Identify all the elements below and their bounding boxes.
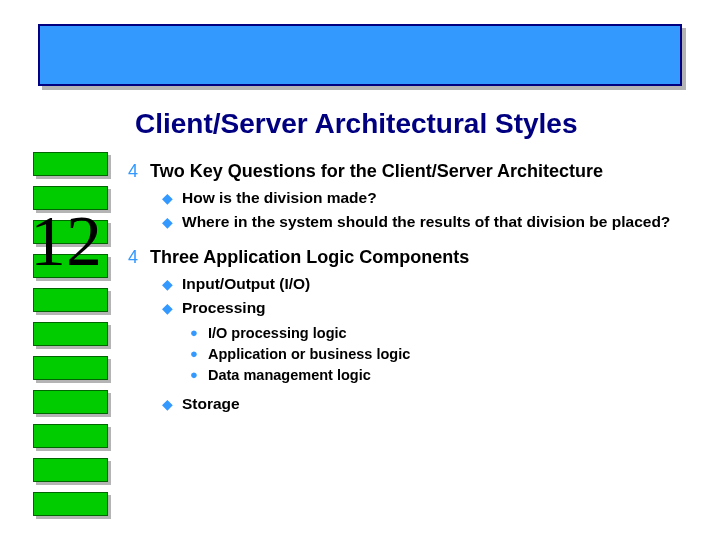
bullet-l2-text: Processing: [182, 298, 266, 318]
content-body: 4 Two Key Questions for the Client/Serve…: [128, 160, 688, 428]
bullet-l3: ● Data management logic: [190, 366, 688, 384]
accent-bar-11: [33, 492, 108, 516]
accent-bar-6: [33, 322, 108, 346]
accent-bar-10: [33, 458, 108, 482]
bullet-l1-icon: 4: [128, 246, 150, 268]
slide-title: Client/Server Architectural Styles: [135, 108, 685, 140]
bullet-l2-icon: ◆: [162, 274, 182, 294]
accent-bar-9: [33, 424, 108, 448]
bullet-l3-text: Data management logic: [208, 366, 371, 384]
bullet-l3-icon: ●: [190, 366, 208, 384]
bullet-l1: 4 Three Application Logic Components ◆ I…: [128, 246, 688, 414]
bullet-l2-text: Storage: [182, 394, 240, 414]
bullet-l3-text: I/O processing logic: [208, 324, 347, 342]
bullet-l3-text: Application or business logic: [208, 345, 410, 363]
bullet-l2: ◆ Storage: [162, 394, 688, 414]
bullet-l2: ◆ Input/Output (I/O): [162, 274, 688, 294]
bullet-l1: 4 Two Key Questions for the Client/Serve…: [128, 160, 688, 232]
bullet-l2: ◆ Where in the system should the results…: [162, 212, 688, 232]
bullet-l2-icon: ◆: [162, 298, 182, 318]
bullet-l2-text: Where in the system should the results o…: [182, 212, 670, 232]
bullet-l1-text: Two Key Questions for the Client/Server …: [150, 160, 603, 182]
header-bar: [38, 24, 682, 86]
bullet-l2-text: Input/Output (I/O): [182, 274, 310, 294]
bullet-l2: ◆ Processing: [162, 298, 688, 318]
bullet-l3-icon: ●: [190, 324, 208, 342]
accent-bar-1: [33, 152, 108, 176]
accent-bar-8: [33, 390, 108, 414]
bullet-l3: ● I/O processing logic: [190, 324, 688, 342]
bullet-l3: ● Application or business logic: [190, 345, 688, 363]
slide: 12 Client/Server Architectural Styles 4 …: [0, 0, 720, 540]
bullet-l2-icon: ◆: [162, 212, 182, 232]
bullet-l3-icon: ●: [190, 345, 208, 363]
slide-number: 12: [30, 200, 102, 283]
bullet-l1-icon: 4: [128, 160, 150, 182]
bullet-l1-text: Three Application Logic Components: [150, 246, 469, 268]
bullet-l2: ◆ How is the division made?: [162, 188, 688, 208]
bullet-l2-icon: ◆: [162, 188, 182, 208]
bullet-l2-icon: ◆: [162, 394, 182, 414]
header-bar-fill: [38, 24, 682, 86]
bullet-l2-text: How is the division made?: [182, 188, 377, 208]
accent-bar-5: [33, 288, 108, 312]
accent-bar-7: [33, 356, 108, 380]
